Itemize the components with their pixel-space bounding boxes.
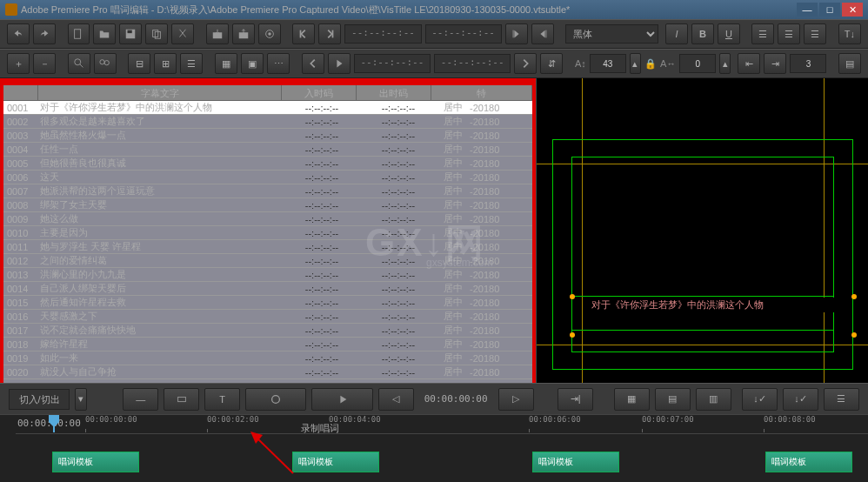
- table-row[interactable]: 0017说不定就会痛痛快快地--:--:--:----:--:--:--居中-2…: [3, 324, 532, 338]
- table-row[interactable]: 0018嫁给许星程--:--:--:----:--:--:--居中-20180: [3, 338, 532, 351]
- copy-button[interactable]: [145, 23, 168, 44]
- redo-button[interactable]: [33, 23, 56, 44]
- minimize-button[interactable]: —: [797, 3, 818, 17]
- text-style-button[interactable]: T↓: [838, 23, 861, 44]
- close-button[interactable]: ✕: [842, 3, 863, 17]
- spin-up-2[interactable]: ▴: [719, 53, 731, 74]
- import-button[interactable]: [206, 23, 229, 44]
- italic-button[interactable]: I: [665, 23, 688, 44]
- playhead[interactable]: [49, 415, 59, 432]
- timeline[interactable]: 00:00:00:00 00:00:00:0000:00:02:0000:00:…: [0, 414, 868, 482]
- tool-3-button[interactable]: T: [204, 388, 240, 411]
- view-1-button[interactable]: ▦: [614, 388, 650, 411]
- table-row[interactable]: 0008绑架了女主天婴--:--:--:----:--:--:--居中-2018…: [3, 198, 532, 212]
- remove-row-button[interactable]: －: [33, 53, 56, 74]
- filter-button[interactable]: [94, 53, 117, 74]
- record-button[interactable]: [245, 388, 306, 411]
- tool-1-button[interactable]: —: [123, 388, 158, 411]
- ruler[interactable]: 00:00:00:00 00:00:00:0000:00:02:0000:00:…: [16, 415, 868, 434]
- handle-right-1[interactable]: [851, 294, 857, 299]
- next-button[interactable]: [514, 53, 537, 74]
- underline-button[interactable]: U: [718, 23, 740, 44]
- options-button[interactable]: ⋯: [267, 53, 290, 74]
- table-row[interactable]: 0012之间的爱情纠葛--:--:--:----:--:--:--居中-2018…: [3, 254, 532, 268]
- table-row[interactable]: 0004任性一点--:--:--:----:--:--:--居中-20180: [3, 143, 532, 157]
- undo-button[interactable]: [7, 23, 30, 44]
- new-button[interactable]: [68, 23, 90, 44]
- table-row[interactable]: 0013洪澜心里的小九九是--:--:--:----:--:--:--居中-20…: [3, 268, 532, 282]
- handle-left-1[interactable]: [570, 294, 575, 299]
- table-row[interactable]: 0015然后通知许星程去救--:--:--:----:--:--:--居中-20…: [3, 296, 532, 310]
- table-row[interactable]: 0016天婴感激之下--:--:--:----:--:--:--居中-20180: [3, 310, 532, 324]
- table-body[interactable]: 0001对于《许你浮生若梦》中的洪澜这个人物--:--:--:----:--:-…: [3, 101, 532, 383]
- handle-left-2[interactable]: [570, 332, 575, 338]
- preview-pane[interactable]: 对于《许你浮生若梦》中的洪澜这个人物: [536, 78, 868, 383]
- open-button[interactable]: [93, 23, 116, 44]
- cut-button[interactable]: [171, 23, 194, 44]
- mark-in-button[interactable]: [292, 23, 315, 44]
- goto-out-button[interactable]: [531, 23, 554, 44]
- spin-mode[interactable]: ▾: [75, 388, 87, 411]
- preview-subtitle-text[interactable]: 对于《许你浮生若梦》中的洪澜这个人物: [591, 298, 843, 312]
- align-center-button[interactable]: ☰: [778, 23, 800, 44]
- timeline-clip[interactable]: 唱词模板: [765, 452, 852, 472]
- handle-right-2[interactable]: [851, 332, 857, 338]
- timecode-in-field[interactable]: --:--:--:--: [344, 24, 421, 44]
- view-2-button[interactable]: ▤: [655, 388, 691, 411]
- spin-up-1[interactable]: ▴: [630, 53, 641, 74]
- step-back-button[interactable]: ◁: [378, 388, 414, 411]
- goto-marker-button[interactable]: ⇥|: [558, 388, 593, 411]
- export-button[interactable]: [232, 23, 255, 44]
- view-3-button[interactable]: ▥: [696, 388, 731, 411]
- play-button[interactable]: [311, 388, 372, 411]
- menu-button[interactable]: ☰: [824, 388, 859, 411]
- list-button[interactable]: ☰: [180, 53, 203, 74]
- table-row[interactable]: 0006这天--:--:--:----:--:--:--居中-20180: [3, 171, 532, 184]
- maximize-button[interactable]: □: [819, 3, 840, 17]
- table-row[interactable]: 0014自己派人绑架天婴后--:--:--:----:--:--:--居中-20…: [3, 282, 532, 296]
- save-button[interactable]: [119, 23, 142, 44]
- settings-button[interactable]: [258, 23, 281, 44]
- table-row[interactable]: 0020就没人与自己争抢--:--:--:----:--:--:--居中-201…: [3, 365, 532, 379]
- timecode-out-field[interactable]: --:--:--:--: [425, 24, 502, 44]
- width-less-button[interactable]: ⇤: [738, 53, 760, 74]
- timeline-clip[interactable]: 唱词模板: [52, 452, 139, 472]
- duration-field-2[interactable]: --:--:--:--: [434, 54, 511, 73]
- timeline-clip[interactable]: 唱词模板: [532, 452, 619, 472]
- duration-field-1[interactable]: --:--:--:--: [354, 54, 431, 73]
- table-row[interactable]: 0007她派洪帮的这两个逗逼玩意--:--:--:----:--:--:--居中…: [3, 184, 532, 198]
- table-row[interactable]: 0002很多观众是越来越喜欢了--:--:--:----:--:--:--居中-…: [3, 115, 532, 129]
- align-left-button[interactable]: ☰: [751, 23, 774, 44]
- check-2-button[interactable]: ↓✓: [783, 388, 818, 411]
- goto-in-button[interactable]: [505, 23, 528, 44]
- tool-2-button[interactable]: [164, 388, 199, 411]
- table-row[interactable]: 0009她这么做--:--:--:----:--:--:--居中-20180: [3, 212, 532, 226]
- add-row-button[interactable]: ＋: [7, 53, 30, 74]
- width-more-button[interactable]: ⇥: [764, 53, 786, 74]
- bold-button[interactable]: B: [691, 23, 714, 44]
- table-row[interactable]: 0003她虽然性格火爆一点--:--:--:----:--:--:--居中-20…: [3, 129, 532, 143]
- check-1-button[interactable]: ↓✓: [742, 388, 778, 411]
- merge-button[interactable]: ⊞: [154, 53, 177, 74]
- align-right-button[interactable]: ☰: [804, 23, 826, 44]
- table-row[interactable]: 0010主要是因为--:--:--:----:--:--:--居中-20180: [3, 226, 532, 240]
- subtitle-track[interactable]: 录制唱词 唱词模板唱词模板唱词模板唱词模板: [16, 434, 868, 482]
- play-small-button[interactable]: [328, 53, 351, 74]
- table-row[interactable]: 0011她与罗浮生 天婴 许星程--:--:--:----:--:--:--居中…: [3, 240, 532, 254]
- font-select[interactable]: 黑体: [565, 24, 658, 44]
- table-row[interactable]: 0001对于《许你浮生若梦》中的洪澜这个人物--:--:--:----:--:-…: [3, 101, 532, 115]
- table-row[interactable]: 0005但她很善良也很真诚--:--:--:----:--:--:--居中-20…: [3, 157, 532, 171]
- tracking-field[interactable]: [679, 54, 716, 73]
- timeline-clip[interactable]: 唱词模板: [292, 452, 379, 472]
- select-all-button[interactable]: ▣: [241, 53, 264, 74]
- sync-button[interactable]: ⇵: [540, 53, 563, 74]
- table-row[interactable]: 0019如此一来--:--:--:----:--:--:--居中-20180: [3, 351, 532, 365]
- mark-out-button[interactable]: [318, 23, 341, 44]
- split-button[interactable]: ⊟: [128, 53, 150, 74]
- grid-button[interactable]: ▦: [215, 53, 237, 74]
- prev-button[interactable]: [302, 53, 324, 74]
- spacing-field[interactable]: [790, 54, 826, 73]
- font-size-field[interactable]: [590, 54, 626, 73]
- step-fwd-button[interactable]: ▷: [498, 388, 534, 411]
- edit-mode-select[interactable]: 切入/切出: [9, 389, 70, 410]
